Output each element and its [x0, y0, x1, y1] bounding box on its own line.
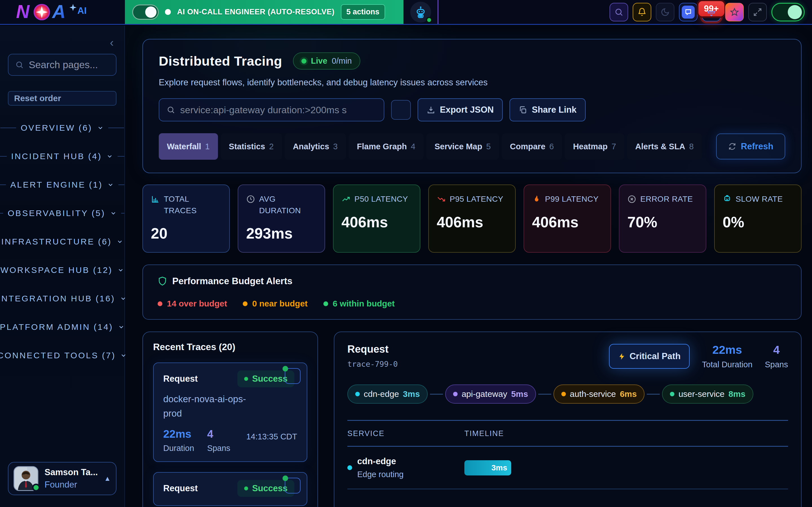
reset-order-button[interactable]: Reset order — [8, 91, 116, 106]
sidebar-item-platform-admin[interactable]: PLATFORM ADMIN (14) — [0, 313, 124, 341]
red-dot — [158, 301, 162, 306]
service-chain: cdn-edge 3ms api-gateway 5ms auth-servic… — [347, 385, 788, 404]
moon-icon — [661, 8, 670, 17]
green-dot — [323, 301, 328, 306]
trace-id: trace-799-0 — [347, 360, 398, 369]
circle-x-icon — [627, 194, 637, 204]
success-dot — [244, 487, 248, 490]
filter-square-button[interactable] — [391, 100, 411, 120]
tab-statistics[interactable]: Statistics2 — [221, 133, 282, 160]
favorites-button[interactable] — [725, 3, 744, 21]
service-dot — [561, 392, 566, 396]
performance-budget-card: Performance Budget Alerts 14 over budget… — [142, 265, 802, 320]
stats-row: TOTAL TRACES 20 AVG DURATION 293ms P50 L… — [142, 184, 802, 252]
nova-ai-logo[interactable]: N A AI — [0, 0, 125, 24]
sidebar-item-incident-hub[interactable]: INCIDENT HUB (4) — [0, 142, 124, 170]
header-master-toggle[interactable] — [771, 3, 805, 21]
service-chip-api-gateway[interactable]: api-gateway 5ms — [445, 385, 536, 404]
sidebar-item-infrastructure[interactable]: INFRASTRUCTURE (6) — [0, 227, 124, 256]
sidebar: ‹ Search pages... Reset order OVERVIEW (… — [0, 25, 125, 507]
service-chip-cdn-edge[interactable]: cdn-edge 3ms — [347, 385, 428, 404]
tab-alerts-sla[interactable]: Alerts & SLA8 — [627, 133, 702, 160]
sidebar-item-overview[interactable]: OVERVIEW (6) — [0, 114, 124, 142]
span-description: Edge routing — [357, 470, 403, 479]
stat-p95-latency: P95 LATENCY 406ms — [428, 184, 516, 252]
share-link-button[interactable]: Share Link — [509, 98, 586, 121]
chain-connector — [538, 394, 551, 395]
sidebar-item-connected-tools[interactable]: CONNECTED TOOLS (7) — [0, 341, 124, 370]
trace-card[interactable]: Request Success — [153, 472, 307, 506]
tab-flame-graph[interactable]: Flame Graph4 — [349, 133, 423, 160]
sidebar-collapse-button[interactable]: ‹ — [110, 37, 114, 48]
stat-avg-duration: AVG DURATION 293ms — [238, 184, 325, 252]
budget-title: Performance Budget Alerts — [172, 276, 292, 286]
download-icon — [426, 106, 435, 114]
trace-search-field[interactable] — [159, 98, 384, 121]
sidebar-item-observability[interactable]: OBSERVABILITY (5) — [0, 199, 124, 227]
ai-assistant-button[interactable] — [403, 0, 439, 24]
user-profile-card[interactable]: Samson Ta... Founder ▲ — [8, 462, 116, 495]
profile-caret-icon: ▲ — [104, 474, 111, 483]
trace-card[interactable]: Request Success docker-nova-ai-ops-prod … — [153, 362, 307, 462]
refresh-icon — [728, 142, 737, 151]
header-actions: 99+ — [610, 0, 812, 24]
trend-up-icon — [342, 194, 350, 204]
stat-error-rate: ERROR RATE 70% — [619, 184, 706, 252]
inbox-button[interactable]: 99+ — [702, 3, 721, 21]
live-rate: 0/min — [332, 56, 352, 66]
theme-toggle-button[interactable] — [656, 3, 674, 21]
chevron-down-icon — [97, 124, 104, 131]
chevron-down-icon — [120, 352, 127, 359]
recent-traces-title: Recent Traces (20) — [153, 342, 307, 352]
live-badge: Live 0/min — [293, 52, 360, 69]
span-row-cdn-edge[interactable]: cdn-edge Edge routing 3ms — [347, 447, 788, 489]
assistant-online-dot — [426, 17, 432, 23]
search-icon — [15, 61, 24, 69]
fullscreen-button[interactable] — [748, 3, 767, 21]
bell-icon — [638, 8, 647, 17]
stat-p50-latency: P50 LATENCY 406ms — [333, 184, 420, 252]
sidebar-item-integration-hub[interactable]: INTEGRATION HUB (16) — [0, 284, 124, 313]
trace-spans: 4 Spans — [207, 428, 231, 453]
tab-waterfall[interactable]: Waterfall1 — [159, 133, 218, 160]
chevron-down-icon — [106, 153, 113, 160]
actions-count-badge[interactable]: 5 actions — [341, 4, 385, 20]
sidebar-nav: OVERVIEW (6) INCIDENT HUB (4) ALERT ENGI… — [0, 114, 124, 370]
request-title: Request — [347, 343, 398, 355]
chevron-down-icon — [110, 210, 117, 217]
oncall-banner: AI ON-CALL ENGINEER (AUTO-RESOLVE) 5 act… — [125, 0, 403, 24]
sidebar-search[interactable]: Search pages... — [8, 54, 116, 76]
refresh-button[interactable]: Refresh — [716, 133, 785, 159]
svg-text:AI: AI — [77, 5, 87, 15]
trend-down-icon — [437, 194, 446, 204]
tab-heatmap[interactable]: Heatmap7 — [565, 133, 624, 160]
oncall-toggle[interactable] — [132, 4, 159, 20]
star-icon — [730, 8, 739, 17]
chat-bubble-icon — [684, 8, 692, 16]
app-root: N A AI AI ON-CALL ENGINEER (AUTO-RESOLVE… — [0, 0, 812, 507]
tracing-header-card: Distributed Tracing Live 0/min Explore r… — [142, 39, 802, 173]
tab-compare[interactable]: Compare6 — [502, 133, 562, 160]
chat-button[interactable] — [679, 3, 698, 21]
sidebar-search-placeholder: Search pages... — [29, 59, 98, 70]
sidebar-item-workspace-hub[interactable]: WORKSPACE HUB (12) — [0, 256, 124, 284]
timeline-bar[interactable]: 3ms — [464, 460, 511, 475]
service-chip-auth-service[interactable]: auth-service 6ms — [553, 385, 645, 404]
tab-analytics[interactable]: Analytics3 — [285, 133, 346, 160]
span-service-name: cdn-edge — [357, 456, 403, 466]
critical-path-button[interactable]: Critical Path — [609, 344, 690, 369]
export-json-button[interactable]: Export JSON — [417, 98, 503, 121]
service-chip-user-service[interactable]: user-service 8ms — [662, 385, 753, 404]
sidebar-item-alert-engine[interactable]: ALERT ENGINE (1) — [0, 170, 124, 199]
tab-service-map[interactable]: Service Map5 — [426, 133, 499, 160]
page-title: Distributed Tracing — [159, 53, 282, 69]
service-dot — [453, 392, 458, 396]
notifications-bell-button[interactable] — [633, 3, 651, 21]
header-search-button[interactable] — [610, 3, 628, 21]
trace-search-input[interactable] — [180, 105, 376, 115]
svg-text:A: A — [52, 2, 66, 22]
chevron-down-icon — [107, 181, 114, 188]
chevron-down-icon — [120, 295, 126, 302]
search-icon — [167, 106, 175, 114]
main-content: Distributed Tracing Live 0/min Explore r… — [125, 25, 812, 507]
